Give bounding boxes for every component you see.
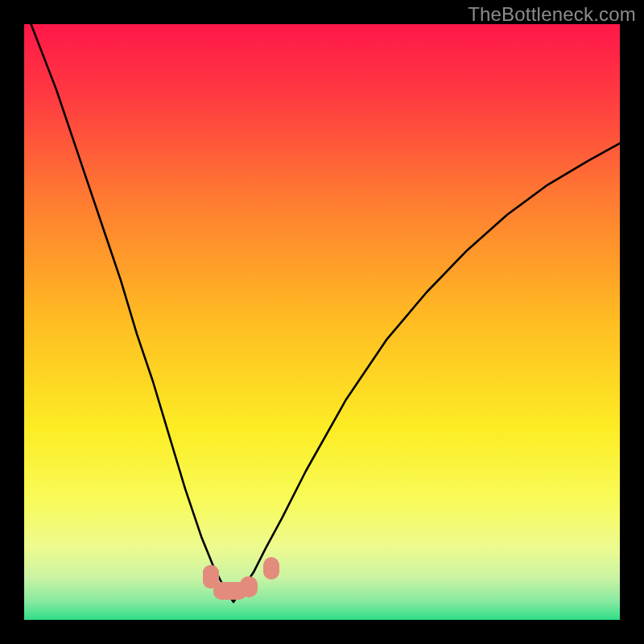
plot-area [24,24,620,620]
watermark-text: TheBottleneck.com [468,3,636,26]
min-bumps [24,24,620,620]
chart-frame: TheBottleneck.com [0,0,644,644]
svg-rect-3 [240,576,258,597]
svg-rect-4 [263,557,279,580]
